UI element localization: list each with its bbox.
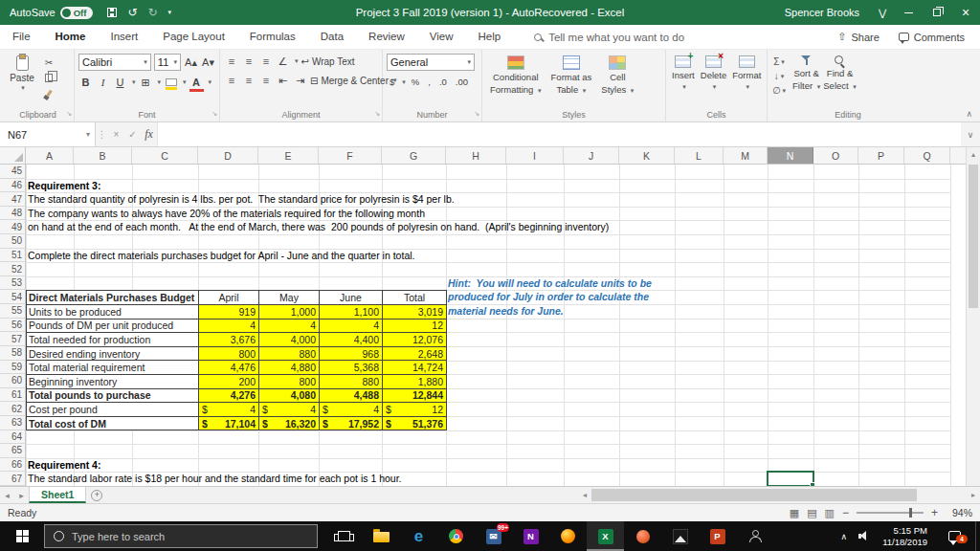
- redo-icon[interactable]: ↻: [147, 7, 157, 18]
- copy-icon[interactable]: [41, 72, 56, 84]
- align-middle-icon[interactable]: ≡: [241, 54, 256, 69]
- increase-indent-icon[interactable]: ⇥: [293, 73, 307, 88]
- format-painter-icon[interactable]: [41, 87, 56, 99]
- row-header-67[interactable]: 67: [0, 472, 26, 486]
- mail-icon[interactable]: ✉99+: [475, 521, 512, 551]
- underline-dropdown-icon[interactable]: ▾: [132, 78, 136, 86]
- cell-styles-button[interactable]: Cell Styles ▾: [601, 54, 634, 107]
- page-layout-view-icon[interactable]: ▤: [807, 508, 816, 518]
- file-explorer-icon[interactable]: [363, 521, 400, 551]
- number-format-select[interactable]: General▾: [387, 54, 475, 71]
- column-header-M[interactable]: M: [724, 147, 768, 164]
- share-button[interactable]: ⇧ Share: [837, 31, 880, 43]
- cell-A57[interactable]: Total needed for production: [27, 333, 199, 347]
- spreadsheet-grid[interactable]: 4546474849505152535455565758596061626364…: [0, 165, 966, 486]
- row-header-54[interactable]: 54: [0, 290, 26, 304]
- row-header-53[interactable]: 53: [0, 276, 26, 291]
- clipboard-dialog-launcher-icon[interactable]: ↘: [66, 107, 72, 120]
- comma-style-icon[interactable]: ,: [425, 75, 434, 89]
- cell-D63[interactable]: $17,104: [199, 417, 259, 431]
- sheet-nav-left-icon[interactable]: ◂: [0, 487, 14, 503]
- cell-F63[interactable]: $17,952: [320, 417, 383, 431]
- row-header-63[interactable]: 63: [0, 416, 26, 430]
- decrease-indent-icon[interactable]: ⇤: [276, 73, 290, 88]
- comments-button[interactable]: Comments: [899, 32, 965, 43]
- vertical-scrollbar[interactable]: ▴: [966, 147, 980, 486]
- cell-E63[interactable]: $16,320: [259, 417, 320, 431]
- scroll-up-icon[interactable]: ▴: [967, 147, 980, 162]
- column-header-E[interactable]: E: [258, 147, 319, 164]
- paste-button[interactable]: Paste ▾: [6, 54, 38, 107]
- autosum-icon[interactable]: Σ▾: [771, 55, 787, 68]
- menu-tab-home[interactable]: Home: [43, 25, 99, 49]
- align-bottom-icon[interactable]: ≡: [258, 54, 273, 69]
- active-cell-N67[interactable]: [767, 471, 814, 486]
- cell-F57[interactable]: 4,400: [320, 333, 383, 347]
- cell-E61[interactable]: 4,080: [259, 389, 320, 404]
- clear-icon[interactable]: ∅▾: [771, 84, 787, 97]
- underline-button[interactable]: U: [113, 75, 127, 90]
- align-top-icon[interactable]: ≡: [224, 54, 238, 69]
- italic-button[interactable]: I: [96, 75, 110, 90]
- excel-taskbar-icon[interactable]: X: [587, 521, 624, 551]
- decrease-font-size-icon[interactable]: A▾: [201, 55, 215, 70]
- delete-cells-button[interactable]: Delete ▾: [701, 54, 726, 107]
- number-dialog-launcher-icon[interactable]: ↘: [474, 107, 479, 120]
- ribbon-display-options-icon[interactable]: ⋁: [871, 8, 894, 18]
- close-button[interactable]: ×: [951, 0, 980, 25]
- cell-F59[interactable]: 5,368: [320, 361, 383, 375]
- powerpoint-icon[interactable]: P: [699, 521, 736, 551]
- cell-A51[interactable]: Complete the direct materials purchases …: [28, 249, 414, 263]
- column-header-D[interactable]: D: [198, 147, 258, 164]
- hidden-icons-chevron-icon[interactable]: ∧: [841, 532, 848, 541]
- start-button[interactable]: [0, 521, 44, 551]
- photos-icon[interactable]: [661, 521, 699, 551]
- format-cells-button[interactable]: Format ▾: [732, 54, 761, 107]
- column-header-G[interactable]: G: [382, 147, 446, 164]
- scroll-left-icon[interactable]: ◂: [578, 487, 591, 503]
- zoom-slider[interactable]: [857, 512, 924, 514]
- select-all-corner[interactable]: [0, 147, 26, 164]
- row-header-58[interactable]: 58: [0, 346, 26, 361]
- menu-tab-file[interactable]: File: [0, 25, 43, 49]
- menu-tab-review[interactable]: Review: [356, 25, 417, 49]
- onenote-icon[interactable]: N: [512, 521, 549, 551]
- row-header-52[interactable]: 52: [0, 262, 26, 276]
- cell-F55[interactable]: 1,100: [320, 305, 383, 320]
- page-break-view-icon[interactable]: ▥: [825, 508, 835, 518]
- decrease-decimal-icon[interactable]: .00: [453, 75, 471, 89]
- scroll-right-icon[interactable]: ▸: [967, 487, 980, 503]
- cell-G59[interactable]: 14,724: [383, 361, 447, 375]
- cell-A55[interactable]: Units to be produced: [27, 305, 199, 320]
- formula-input[interactable]: [157, 122, 961, 146]
- menu-tab-view[interactable]: View: [417, 25, 466, 49]
- increase-decimal-icon[interactable]: .0: [436, 75, 450, 89]
- cell-D61[interactable]: 4,276: [199, 389, 259, 404]
- column-header-H[interactable]: H: [446, 147, 506, 164]
- cell-F54[interactable]: June: [320, 291, 383, 305]
- column-header-P[interactable]: P: [858, 147, 904, 164]
- show-desktop-button[interactable]: [975, 521, 980, 551]
- cell-E56[interactable]: 4: [259, 320, 320, 334]
- borders-icon[interactable]: ⊞: [139, 75, 153, 90]
- align-center-icon[interactable]: ≡: [241, 73, 256, 88]
- row-header-66[interactable]: 66: [0, 458, 26, 473]
- row-header-51[interactable]: 51: [0, 249, 26, 263]
- name-box[interactable]: N67 ▾: [0, 122, 96, 146]
- cell-D56[interactable]: 4: [199, 320, 259, 334]
- minimize-button[interactable]: [894, 0, 923, 25]
- row-header-59[interactable]: 59: [0, 361, 26, 375]
- cell-G60[interactable]: 1,880: [383, 375, 447, 389]
- percent-style-icon[interactable]: %: [409, 75, 422, 89]
- wrap-text-button[interactable]: ↩Wrap Text: [301, 56, 355, 67]
- column-header-O[interactable]: O: [813, 147, 858, 164]
- column-header-C[interactable]: C: [132, 147, 198, 164]
- column-header-Q[interactable]: Q: [904, 147, 950, 164]
- zoom-out-icon[interactable]: −: [842, 507, 849, 518]
- cell-F56[interactable]: 4: [320, 320, 383, 334]
- cell-E62[interactable]: $4: [259, 403, 320, 417]
- cell-G62[interactable]: $12: [383, 403, 447, 417]
- volume-icon[interactable]: [858, 531, 871, 541]
- horizontal-scrollbar-thumb[interactable]: [591, 489, 917, 501]
- font-color-icon[interactable]: A: [189, 75, 204, 90]
